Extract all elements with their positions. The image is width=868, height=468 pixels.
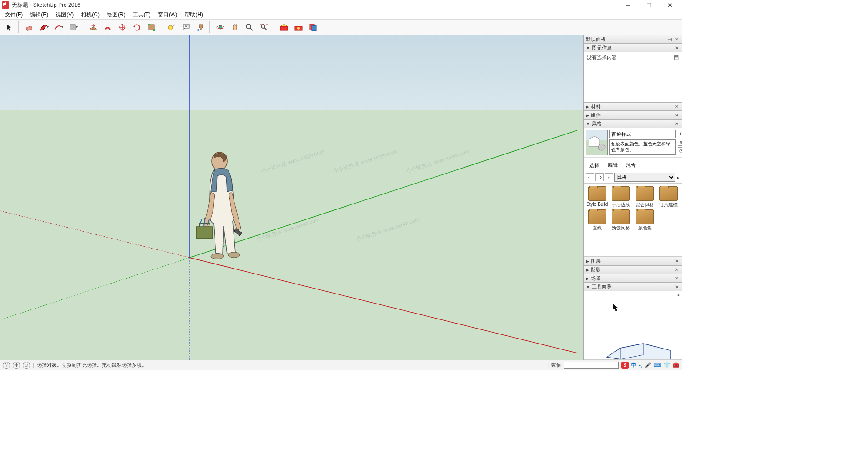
zoom-tool-button[interactable]: [243, 21, 256, 34]
rotate-tool-button[interactable]: [130, 21, 144, 34]
style-tab-edit[interactable]: 编辑: [604, 160, 621, 170]
select-tool-button[interactable]: [3, 21, 16, 34]
menu-help[interactable]: 帮助(H): [181, 10, 206, 20]
style-folder[interactable]: 照片建模: [658, 186, 680, 208]
ime-zh-icon[interactable]: 中: [631, 362, 636, 368]
shadows-header[interactable]: ▶阴影✕: [584, 265, 682, 274]
ime-punct-icon[interactable]: •,: [639, 363, 642, 368]
send-to-layout-button[interactable]: [306, 21, 320, 34]
tray-header[interactable]: 默认面板 ⊣✕: [584, 35, 682, 44]
pan-tool-button[interactable]: [228, 21, 242, 34]
panel-close-icon[interactable]: ✕: [673, 284, 680, 289]
minimize-button[interactable]: ─: [618, 0, 639, 10]
statusbar: ? ✚ ☺ | 选择对象。切换到扩充选择。拖动鼠标选择多项。 | 数值 S 中 …: [0, 360, 682, 370]
style-new-icon[interactable]: ⊕: [678, 139, 682, 146]
style-folder[interactable]: 颜色集: [634, 209, 656, 231]
pin-icon[interactable]: ⊣: [667, 37, 673, 42]
style-folder[interactable]: 手绘边线: [610, 186, 633, 208]
panel-close-icon[interactable]: ✕: [673, 259, 680, 264]
style-name-input[interactable]: [609, 130, 676, 138]
svg-rect-17: [312, 25, 316, 31]
extension-warehouse-button[interactable]: [292, 21, 305, 34]
style-thumbnail[interactable]: [586, 130, 608, 155]
svg-point-5: [168, 25, 173, 30]
warehouse-button[interactable]: [277, 21, 291, 34]
panel-close-icon[interactable]: ✕: [673, 104, 680, 109]
style-folder[interactable]: 直线: [586, 209, 609, 231]
user-icon[interactable]: ☺: [23, 362, 30, 369]
style-folder[interactable]: Style Build: [586, 186, 609, 208]
panel-close-icon[interactable]: ✕: [673, 45, 680, 50]
expand-icon: ▼: [586, 285, 590, 289]
svg-line-21: [0, 258, 190, 320]
menu-window[interactable]: 窗口(W): [155, 10, 180, 20]
collapse-icon: ▶: [586, 113, 589, 118]
tray-close-icon[interactable]: ✕: [673, 37, 680, 42]
style-tab-select[interactable]: 选择: [586, 161, 603, 170]
style-category-select[interactable]: 风格: [614, 173, 675, 182]
materials-header[interactable]: ▶材料✕: [584, 102, 682, 111]
svg-point-28: [598, 144, 605, 150]
menu-tools[interactable]: 工具(T): [130, 10, 154, 20]
menu-draw[interactable]: 绘图(R): [104, 10, 129, 20]
pushpull-tool-button[interactable]: [86, 21, 100, 34]
instructor-header[interactable]: ▼工具向导✕: [584, 283, 682, 291]
styles-header[interactable]: ▼风格✕: [584, 119, 682, 128]
scroll-up-icon[interactable]: ▲: [676, 292, 681, 297]
panel-close-icon[interactable]: ✕: [673, 267, 680, 272]
window-title: 无标题 - SketchUp Pro 2016: [12, 1, 80, 9]
panel-close-icon[interactable]: ✕: [673, 276, 680, 281]
entity-menu-icon[interactable]: ▤: [674, 54, 679, 100]
style-folder[interactable]: 混合风格: [634, 186, 656, 208]
nav-back-icon[interactable]: ⇦: [586, 173, 594, 181]
maximize-button[interactable]: ☐: [639, 0, 659, 10]
panel-close-icon[interactable]: ✕: [673, 121, 680, 126]
ime-mic-icon[interactable]: 🎤: [645, 362, 651, 368]
style-display-icon[interactable]: ô: [678, 130, 682, 137]
style-nav: ⇦ ⇨ ⌂ 风格 ▸: [584, 171, 682, 184]
collapse-icon: ▶: [586, 105, 589, 109]
components-header[interactable]: ▶组件✕: [584, 111, 682, 119]
panel-close-icon[interactable]: ✕: [673, 113, 680, 118]
style-folder[interactable]: 预设风格: [610, 209, 633, 231]
pencil-tool-button[interactable]: ▾: [37, 21, 51, 34]
ime-keyboard-icon[interactable]: ⌨: [654, 362, 661, 368]
value-input[interactable]: [564, 362, 619, 369]
style-desc-textarea[interactable]: 预设表面颜色。蓝色天空和绿色背景色。: [609, 139, 676, 155]
menu-view[interactable]: 视图(V): [52, 10, 77, 20]
tape-tool-button[interactable]: [165, 21, 178, 34]
layers-header[interactable]: ▶图层✕: [584, 257, 682, 265]
paint-tool-button[interactable]: [194, 21, 207, 34]
viewport-3d[interactable]: 小小软件迷 www.xxrjm.com 小小软件迷 www.xxrjm.com …: [0, 35, 583, 360]
ime-toolbox-icon[interactable]: 🧰: [673, 362, 679, 368]
style-tab-mix[interactable]: 混合: [622, 160, 639, 170]
titlebar: 无标题 - SketchUp Pro 2016 ─ ☐ ✕: [0, 0, 682, 10]
menu-edit[interactable]: 编辑(E): [27, 10, 51, 20]
orbit-tool-button[interactable]: [214, 21, 227, 34]
text-tool-button[interactable]: A1: [179, 21, 193, 34]
style-refresh-icon[interactable]: ⟳: [678, 147, 682, 154]
nav-details-icon[interactable]: ▸: [677, 174, 680, 181]
close-button[interactable]: ✕: [659, 0, 680, 10]
arc-tool-button[interactable]: ▾: [52, 21, 65, 34]
menu-camera[interactable]: 相机(C): [78, 10, 103, 20]
move-tool-button[interactable]: [115, 21, 129, 34]
geo-icon[interactable]: ✚: [13, 362, 20, 369]
menu-file[interactable]: 文件(F): [2, 10, 26, 20]
svg-rect-3: [148, 24, 150, 25]
eraser-tool-button[interactable]: [23, 21, 36, 34]
svg-point-26: [211, 254, 224, 259]
window-controls: ─ ☐ ✕: [618, 0, 680, 10]
help-icon[interactable]: ?: [3, 362, 10, 369]
shapes-tool-button[interactable]: ▾: [66, 21, 80, 34]
entity-info-header[interactable]: ▼图元信息✕: [584, 44, 682, 52]
scale-tool-button[interactable]: [145, 21, 158, 34]
offset-tool-button[interactable]: [101, 21, 115, 34]
nav-fwd-icon[interactable]: ⇨: [595, 173, 604, 181]
ime-sogou-icon[interactable]: S: [621, 362, 629, 369]
zoom-extents-tool-button[interactable]: [257, 21, 271, 34]
scenes-header[interactable]: ▶场景✕: [584, 274, 682, 283]
ime-shirt-icon[interactable]: 👕: [664, 362, 670, 368]
nav-home-icon[interactable]: ⌂: [605, 173, 613, 181]
svg-rect-0: [26, 26, 32, 31]
